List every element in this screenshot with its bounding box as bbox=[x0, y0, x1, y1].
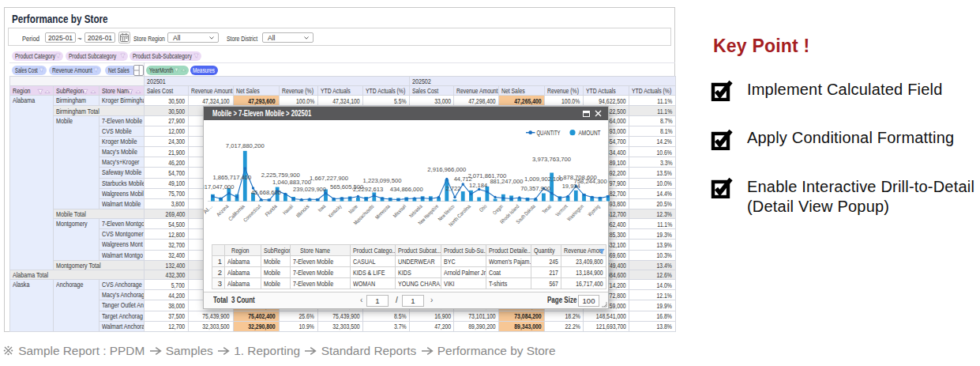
svg-text:Texas: Texas bbox=[541, 203, 552, 214]
svg-text:1,223,099,500: 1,223,099,500 bbox=[363, 177, 402, 184]
svg-text:758,244,300: 758,244,300 bbox=[574, 178, 607, 185]
svg-text:Missouri: Missouri bbox=[392, 203, 407, 218]
svg-text:1,667,227,900: 1,667,227,900 bbox=[310, 175, 348, 182]
svg-text:70,357,900: 70,357,900 bbox=[520, 185, 550, 192]
svg-text:2,613: 2,613 bbox=[368, 186, 383, 193]
svg-text:2,916,966,000: 2,916,966,000 bbox=[427, 166, 466, 173]
svg-text:Maine: Maine bbox=[347, 203, 359, 214]
svg-text:7,017,880,200: 7,017,880,200 bbox=[226, 142, 265, 149]
svg-text:Wyoming: Wyoming bbox=[587, 203, 601, 217]
svg-text:Ohio: Ohio bbox=[479, 203, 488, 213]
svg-text:3,973,763,700: 3,973,763,700 bbox=[532, 156, 571, 163]
svg-text:Arizona: Arizona bbox=[216, 203, 230, 217]
svg-text:45,668,600: 45,668,600 bbox=[251, 189, 281, 196]
svg-text:Oregon: Oregon bbox=[491, 203, 504, 216]
svg-text:AMOUNT: AMOUNT bbox=[579, 129, 601, 137]
svg-text:Kentucky: Kentucky bbox=[328, 203, 344, 219]
svg-text:Hawaii: Hawaii bbox=[282, 203, 295, 216]
svg-text:Washington: Washington bbox=[566, 203, 585, 222]
svg-text:2,225,759,900: 2,225,759,900 bbox=[261, 172, 300, 179]
svg-text:Vermont: Vermont bbox=[554, 203, 569, 217]
svg-text:Illinois: Illinois bbox=[295, 203, 311, 219]
svg-text:Nebraska: Nebraska bbox=[408, 203, 423, 218]
svg-text:2,229: 2,229 bbox=[353, 186, 368, 193]
svg-text:1,009,902,100: 1,009,902,100 bbox=[524, 175, 563, 183]
svg-text:Connecticut: Connecticut bbox=[242, 203, 262, 223]
svg-text:Florida: Florida bbox=[264, 203, 278, 217]
svg-text:Al...: Al... bbox=[204, 203, 213, 214]
svg-text:817,047,000: 817,047,000 bbox=[204, 183, 235, 191]
svg-text:239,029,900: 239,029,900 bbox=[293, 186, 326, 193]
svg-text:2,722: 2,722 bbox=[446, 185, 461, 192]
svg-text:Iowa: Iowa bbox=[317, 203, 326, 213]
svg-text:434,866,000: 434,866,000 bbox=[390, 186, 423, 193]
svg-text:12,184: 12,184 bbox=[469, 182, 487, 189]
svg-text:1,865,717,400: 1,865,717,400 bbox=[212, 174, 251, 181]
svg-text:Minnesota: Minnesota bbox=[374, 203, 391, 220]
svg-text:881,247,000: 881,247,000 bbox=[490, 178, 523, 185]
svg-text:QUANTITY: QUANTITY bbox=[537, 129, 561, 137]
